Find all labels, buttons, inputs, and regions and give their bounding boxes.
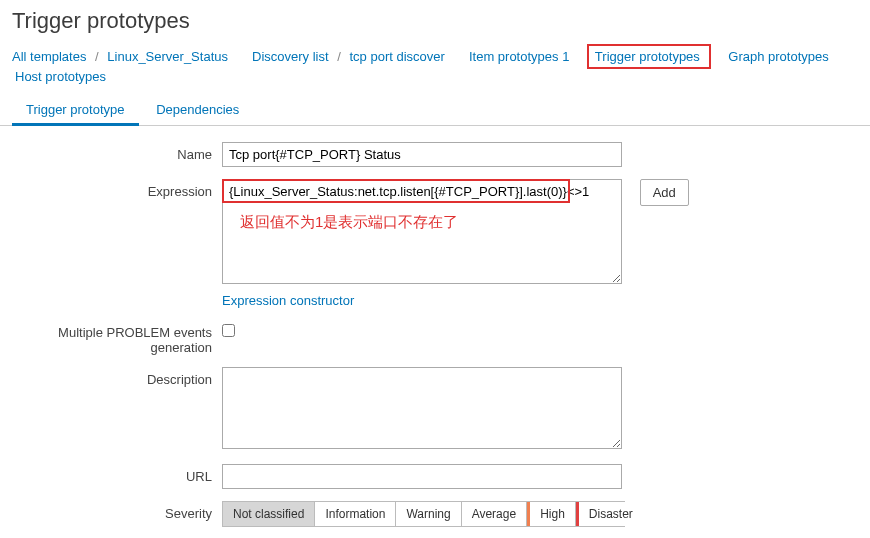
severity-warning[interactable]: Warning xyxy=(396,502,461,526)
expression-textarea[interactable]: {Linux_Server_Status:net.tcp.listen[{#TC… xyxy=(222,179,622,284)
description-label: Description xyxy=(12,367,222,387)
tab-trigger-prototype[interactable]: Trigger prototype xyxy=(12,94,139,125)
breadcrumb-trigger-prototypes[interactable]: Trigger prototypes xyxy=(595,49,700,64)
multi-problem-checkbox[interactable] xyxy=(222,324,235,337)
tabs: Trigger prototype Dependencies xyxy=(0,94,870,126)
url-label: URL xyxy=(12,464,222,484)
expression-add-button[interactable]: Add xyxy=(640,179,689,206)
tab-dependencies[interactable]: Dependencies xyxy=(142,94,253,125)
name-input[interactable] xyxy=(222,142,622,167)
breadcrumb-separator: / xyxy=(95,49,99,64)
breadcrumb-discovery-rule[interactable]: tcp port discover xyxy=(350,49,445,64)
severity-not-classified[interactable]: Not classified xyxy=(223,502,315,526)
breadcrumb-discovery-list[interactable]: Discovery list xyxy=(252,49,329,64)
severity-label: Severity xyxy=(12,501,222,521)
breadcrumb-all-templates[interactable]: All templates xyxy=(12,49,86,64)
form: Name Expression {Linux_Server_Status:net… xyxy=(0,126,870,538)
expression-label: Expression xyxy=(12,179,222,199)
multi-problem-label: Multiple PROBLEM events generation xyxy=(12,320,222,355)
breadcrumb-template[interactable]: Linux_Server_Status xyxy=(107,49,228,64)
severity-average[interactable]: Average xyxy=(462,502,527,526)
breadcrumb-trigger-prototypes-highlight: Trigger prototypes xyxy=(587,44,711,69)
severity-selector: Not classified Information Warning Avera… xyxy=(222,501,625,527)
url-input[interactable] xyxy=(222,464,622,489)
breadcrumb-graph-prototypes[interactable]: Graph prototypes xyxy=(728,49,828,64)
description-textarea[interactable] xyxy=(222,367,622,449)
breadcrumb-host-prototypes[interactable]: Host prototypes xyxy=(15,69,106,84)
breadcrumb-separator: / xyxy=(337,49,341,64)
severity-high[interactable]: High xyxy=(527,502,576,526)
breadcrumb: All templates / Linux_Server_Status Disc… xyxy=(0,40,870,94)
breadcrumb-item-prototypes[interactable]: Item prototypes 1 xyxy=(469,49,569,64)
severity-disaster[interactable]: Disaster xyxy=(576,502,643,526)
expression-constructor-link[interactable]: Expression constructor xyxy=(222,293,354,308)
name-label: Name xyxy=(12,142,222,162)
severity-information[interactable]: Information xyxy=(315,502,396,526)
page-title: Trigger prototypes xyxy=(0,0,870,40)
